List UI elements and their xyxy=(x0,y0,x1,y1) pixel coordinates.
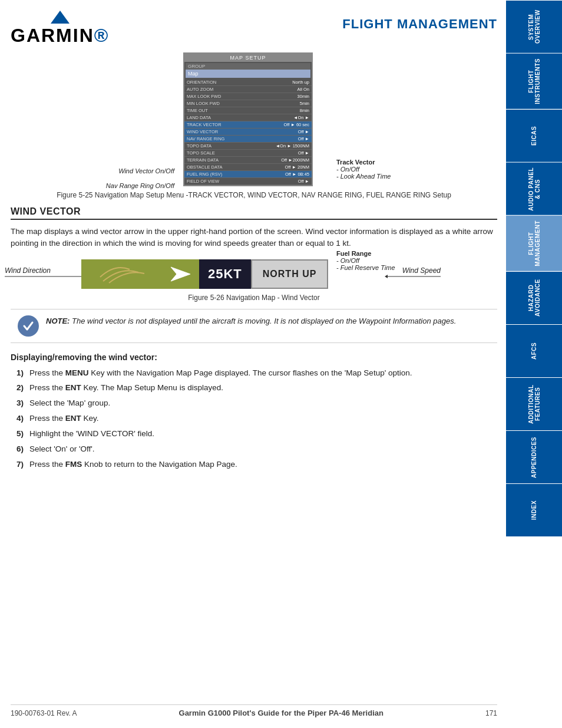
map-row-wind-vector: WIND VECTOROff ► xyxy=(184,129,312,136)
note-label: NOTE: xyxy=(46,317,70,325)
list-item: 4) Press the ENT Key. xyxy=(11,413,497,424)
list-item: 3) Select the 'Map' group. xyxy=(11,398,497,409)
map-row: ORIENTATIONNorth up xyxy=(184,79,312,86)
sidebar-tab-eicas[interactable]: EICAS xyxy=(506,109,562,162)
step-text: Select 'On' or 'Off'. xyxy=(29,444,497,455)
step-text: Press the FMS Knob to return to the Navi… xyxy=(29,459,497,470)
sidebar-tab-index[interactable]: INDEX xyxy=(506,483,562,536)
section-title-wind-vector: WIND VECTOR xyxy=(11,206,497,220)
group-value: Map xyxy=(186,70,310,78)
wind-north-up-display: NORTH UP xyxy=(251,259,329,289)
step-number: 4) xyxy=(11,413,24,424)
list-item: 6) Select 'On' or 'Off'. xyxy=(11,444,497,455)
step-text: Press the MENU Key with the Navigation M… xyxy=(29,368,497,379)
footer-center: Garmin G1000 Pilot's Guide for the Piper… xyxy=(179,709,384,717)
wind-arrow-area xyxy=(81,259,199,289)
sidebar-tab-flight-instruments[interactable]: FLIGHTINSTRUMENTS xyxy=(506,53,562,109)
list-item: 1) Press the MENU Key with the Navigatio… xyxy=(11,368,497,379)
step-number: 7) xyxy=(11,459,24,470)
map-row: AUTO ZOOMAll On xyxy=(184,86,312,93)
wind-bar: 25KT NORTH UP xyxy=(81,259,388,289)
note-body: The wind vector is not displayed until t… xyxy=(72,317,456,325)
sidebar-tab-additional-features[interactable]: ADDITIONALFEATURES xyxy=(506,377,562,430)
map-row: TERRAIN DATAOff ►2000NM xyxy=(184,157,312,164)
garmin-logo: GARMIN® xyxy=(11,11,109,47)
map-row: OBSTACLE DATAOff ► 20NM xyxy=(184,164,312,171)
step-number: 3) xyxy=(11,398,24,409)
figure-26-caption: Figure 5-26 Navigation Map - Wind Vector xyxy=(11,294,497,302)
bold-fms: FMS xyxy=(65,460,82,469)
list-item: 7) Press the FMS Knob to return to the N… xyxy=(11,459,497,470)
svg-marker-2 xyxy=(171,267,190,281)
list-item: 5) Highlight the 'WIND VECTOR' field. xyxy=(11,429,497,440)
wind-speed-line-svg xyxy=(385,274,441,279)
sidebar-tabs: SYSTEMOVERVIEW FLIGHTINSTRUMENTS EICAS A… xyxy=(506,0,562,728)
map-row-nav-range: NAV RANGE RINGOff ► xyxy=(184,136,312,143)
map-row-track-vector: TRACK VECTOROff ► 60 sec xyxy=(184,121,312,129)
sidebar-tab-afcs[interactable]: AFCS xyxy=(506,324,562,377)
figure-25-wrapper: Wind Vector On/Off Nav Range Ring On/Off… xyxy=(11,52,497,186)
list-item: 2) Press the ENT Key. The Map Setup Menu… xyxy=(11,383,497,394)
note-icon xyxy=(18,315,39,337)
map-row: MAX LOOK FWD30min xyxy=(184,93,312,100)
footer: 190-00763-01 Rev. A Garmin G1000 Pilot's… xyxy=(11,704,497,717)
footer-right: 171 xyxy=(485,709,497,717)
section-body-wind-vector: The map displays a wind vector arrow in … xyxy=(11,226,497,250)
note-box: NOTE: The wind vector is not displayed u… xyxy=(11,309,497,343)
wind-main-arrow-svg xyxy=(168,262,194,286)
map-row-field-of-view: FIELD OF VIEWOff ► xyxy=(184,178,312,185)
steps-title: Displaying/removing the wind vector: xyxy=(11,353,497,362)
annotation-nav-range: Nav Range Ring On/Off xyxy=(106,182,174,189)
main-content: Wind Vector On/Off Nav Range Ring On/Off… xyxy=(0,47,562,486)
step-number: 6) xyxy=(11,444,24,455)
map-setup-panel: MAP SETUP GROUP Map ORIENTATIONNorth up … xyxy=(183,52,313,186)
sidebar-tab-system-overview[interactable]: SYSTEMOVERVIEW xyxy=(506,0,562,53)
step-text: Highlight the 'WIND VECTOR' field. xyxy=(29,429,497,440)
annotation-wind-vector: Wind Vector On/Off xyxy=(118,167,174,174)
wind-bar-wrapper: Wind Direction xyxy=(81,259,388,289)
figure-25-caption: Figure 5-25 Navigation Map Setup Menu -T… xyxy=(11,191,497,199)
bold-menu: MENU xyxy=(65,368,89,377)
wind-direction-line-svg xyxy=(5,274,87,279)
figure-26-container: Wind Direction xyxy=(81,259,388,289)
bold-ent2: ENT xyxy=(65,414,81,423)
annotation-track-vector: Track Vector - On/Off - Look Ahead Time xyxy=(336,159,391,180)
step-text: Select the 'Map' group. xyxy=(29,398,497,409)
map-row-fuel-rng: FUEL RNG (RSV)Off ► 0B:45 xyxy=(184,171,312,178)
step-number: 2) xyxy=(11,383,24,394)
wind-kt-display: 25KT xyxy=(199,259,251,289)
map-row: TOPO SCALEOff ► xyxy=(184,150,312,157)
map-row: TIME OUT8min xyxy=(184,107,312,114)
step-number: 1) xyxy=(11,368,24,379)
step-text: Press the ENT Key. The Map Setup Menu is… xyxy=(29,383,497,394)
svg-marker-4 xyxy=(385,275,388,278)
sidebar-tab-hazard-avoidance[interactable]: HAZARDAVOIDANCE xyxy=(506,271,562,324)
map-row: TOPO DATA◄On ► 1500NM xyxy=(184,143,312,150)
checkmark-icon xyxy=(22,319,34,333)
sidebar-tab-appendices[interactable]: APPENDICES xyxy=(506,430,562,483)
sidebar-tab-audio-panel[interactable]: AUDIO PANEL& CNS xyxy=(506,162,562,216)
map-setup-box: MAP SETUP GROUP Map ORIENTATIONNorth up … xyxy=(174,52,322,186)
footer-left: 190-00763-01 Rev. A xyxy=(11,709,77,717)
garmin-wordmark: GARMIN® xyxy=(11,25,109,47)
group-label: GROUP xyxy=(186,63,310,70)
map-row: LAND DATA◄On ► xyxy=(184,114,312,121)
step-number: 5) xyxy=(11,429,24,440)
figure-25-inner: Wind Vector On/Off Nav Range Ring On/Off… xyxy=(83,52,425,186)
map-row: MIN LOOK FWD5min xyxy=(184,100,312,107)
map-setup-title: MAP SETUP xyxy=(184,54,312,62)
note-text: NOTE: The wind vector is not displayed u… xyxy=(46,315,456,327)
header: GARMIN® FLIGHT MANAGEMENT xyxy=(0,0,562,47)
steps-list: 1) Press the MENU Key with the Navigatio… xyxy=(11,368,497,470)
step-text: Press the ENT Key. xyxy=(29,413,497,424)
wind-direction-arrow-svg xyxy=(97,261,168,287)
sidebar-tab-flight-management[interactable]: FLIGHTMANAGEMENT xyxy=(506,215,562,271)
garmin-triangle-icon xyxy=(51,11,70,24)
bold-ent: ENT xyxy=(65,383,81,392)
